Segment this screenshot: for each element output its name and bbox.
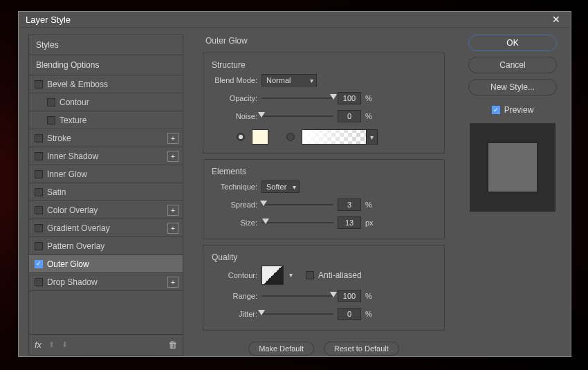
spread-unit: % xyxy=(365,201,376,209)
gradient-swatch[interactable]: ▾ xyxy=(302,129,378,145)
blending-options[interactable]: Blending Options xyxy=(29,55,183,75)
style-label: Inner Shadow xyxy=(47,151,98,161)
size-unit: px xyxy=(365,219,376,227)
settings-panel: Outer Glow Structure Blend Mode: Normal … xyxy=(203,35,445,355)
structure-group: Structure Blend Mode: Normal Opacity: 10… xyxy=(203,53,445,154)
add-effect-icon[interactable]: + xyxy=(167,277,178,288)
size-slider[interactable] xyxy=(261,216,333,229)
elements-group: Elements Technique: Softer Spread: 3 % S… xyxy=(203,159,445,239)
opacity-slider[interactable] xyxy=(261,92,333,104)
add-effect-icon[interactable]: + xyxy=(167,223,178,234)
make-default-button[interactable]: Make Default xyxy=(248,342,314,355)
blend-mode-select[interactable]: Normal xyxy=(261,74,317,86)
style-label: Drop Shadow xyxy=(47,277,98,287)
add-effect-icon[interactable]: + xyxy=(167,151,178,162)
style-row-drop-shadow[interactable]: Drop Shadow+ xyxy=(29,273,183,291)
style-checkbox[interactable] xyxy=(35,134,43,142)
style-row-bevel-emboss[interactable]: Bevel & Emboss xyxy=(29,75,183,93)
range-label: Range: xyxy=(212,292,257,300)
noise-label: Noise: xyxy=(212,112,257,120)
antialias-checkbox[interactable] xyxy=(306,271,314,279)
style-label: Satin xyxy=(47,187,66,197)
style-checkbox[interactable] xyxy=(47,98,55,107)
contour-label: Contour: xyxy=(212,271,257,279)
jitter-label: Jitter: xyxy=(212,310,257,318)
style-checkbox[interactable] xyxy=(47,116,55,124)
ok-button[interactable]: OK xyxy=(468,35,557,51)
gradient-radio[interactable] xyxy=(286,133,295,141)
color-radio[interactable] xyxy=(237,133,245,141)
fx-icon[interactable]: fx xyxy=(35,340,42,350)
style-row-contour[interactable]: Contour xyxy=(29,93,183,111)
style-checkbox[interactable] xyxy=(35,188,43,196)
style-checkbox[interactable] xyxy=(35,242,43,250)
jitter-slider[interactable] xyxy=(261,308,333,320)
range-slider[interactable] xyxy=(261,290,333,302)
style-checkbox[interactable] xyxy=(35,260,43,268)
move-up-icon[interactable]: ⬆ xyxy=(48,340,55,349)
blend-mode-label: Blend Mode: xyxy=(212,76,257,84)
noise-unit: % xyxy=(365,112,376,120)
right-panel: OK Cancel New Style... Preview xyxy=(464,35,561,355)
dialog-body: Styles Blending Options Bevel & EmbossCo… xyxy=(19,28,571,364)
style-label: Inner Glow xyxy=(47,169,87,179)
add-effect-icon[interactable]: + xyxy=(167,133,178,144)
spread-label: Spread: xyxy=(212,201,257,209)
contour-picker[interactable] xyxy=(261,266,284,285)
style-row-gradient-overlay[interactable]: Gradient Overlay+ xyxy=(29,219,183,237)
style-row-stroke[interactable]: Stroke+ xyxy=(29,129,183,147)
style-checkbox[interactable] xyxy=(35,278,43,286)
style-label: Gradient Overlay xyxy=(47,223,110,233)
range-value[interactable]: 100 xyxy=(338,290,361,302)
reset-default-button[interactable]: Reset to Default xyxy=(324,342,399,355)
layer-style-dialog: Layer Style ✕ Styles Blending Options Be… xyxy=(18,11,571,357)
noise-slider[interactable] xyxy=(261,110,333,122)
style-checkbox[interactable] xyxy=(35,224,43,232)
styles-footer: fx ⬆ ⬇ 🗑 xyxy=(29,334,183,355)
jitter-value[interactable]: 0 xyxy=(338,308,361,320)
opacity-unit: % xyxy=(365,94,376,102)
default-buttons: Make Default Reset to Default xyxy=(203,342,445,355)
style-checkbox[interactable] xyxy=(35,170,43,178)
style-checkbox[interactable] xyxy=(35,206,43,214)
color-swatch[interactable] xyxy=(252,129,268,145)
size-value[interactable]: 13 xyxy=(338,216,361,229)
dialog-title: Layer Style xyxy=(26,15,71,25)
cancel-button[interactable]: Cancel xyxy=(468,57,557,73)
spread-value[interactable]: 3 xyxy=(338,198,361,211)
style-label: Stroke xyxy=(47,133,71,143)
antialias-label: Anti-aliased xyxy=(318,270,362,280)
style-row-pattern-overlay[interactable]: Pattern Overlay xyxy=(29,237,183,255)
chevron-down-icon[interactable]: ▾ xyxy=(366,130,377,144)
style-checkbox[interactable] xyxy=(35,152,43,160)
preview-checkbox[interactable] xyxy=(492,106,500,114)
add-effect-icon[interactable]: + xyxy=(167,205,178,216)
preview-label: Preview xyxy=(504,105,534,115)
elements-legend: Elements xyxy=(212,167,246,176)
size-label: Size: xyxy=(212,219,257,227)
style-row-outer-glow[interactable]: Outer Glow xyxy=(29,255,183,273)
style-label: Texture xyxy=(59,115,86,125)
opacity-value[interactable]: 100 xyxy=(338,92,361,104)
style-label: Outer Glow xyxy=(47,259,89,269)
style-row-inner-shadow[interactable]: Inner Shadow+ xyxy=(29,147,183,165)
style-label: Pattern Overlay xyxy=(47,241,104,251)
style-checkbox[interactable] xyxy=(35,80,43,89)
style-row-inner-glow[interactable]: Inner Glow xyxy=(29,165,183,183)
style-label: Color Overlay xyxy=(47,205,98,215)
new-style-button[interactable]: New Style... xyxy=(468,79,557,95)
noise-value[interactable]: 0 xyxy=(338,110,361,122)
range-unit: % xyxy=(365,292,376,300)
style-label: Contour xyxy=(59,98,89,107)
style-row-color-overlay[interactable]: Color Overlay+ xyxy=(29,201,183,219)
style-label: Bevel & Emboss xyxy=(47,80,108,89)
styles-heading[interactable]: Styles xyxy=(29,35,183,55)
spread-slider[interactable] xyxy=(261,198,333,211)
style-row-satin[interactable]: Satin xyxy=(29,183,183,201)
technique-select[interactable]: Softer xyxy=(261,181,300,193)
trash-icon[interactable]: 🗑 xyxy=(168,340,177,350)
close-icon[interactable]: ✕ xyxy=(549,12,564,27)
opacity-label: Opacity: xyxy=(212,94,257,102)
style-row-texture[interactable]: Texture xyxy=(29,111,183,129)
move-down-icon[interactable]: ⬇ xyxy=(62,340,68,349)
